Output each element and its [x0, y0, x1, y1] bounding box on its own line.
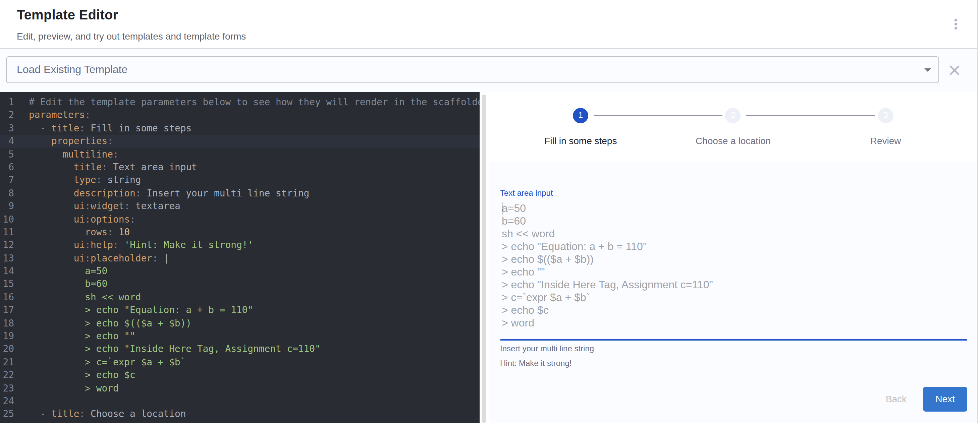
editor-line-25[interactable]: 25 - title: Choose a location: [0, 408, 480, 421]
step-connector-2: [746, 115, 875, 116]
line-number: 17: [0, 304, 14, 317]
dropdown-caret-icon: [924, 68, 931, 72]
line-number: 11: [0, 226, 14, 239]
line-number: 8: [0, 187, 14, 200]
toolbar: Load Existing Template: [0, 49, 977, 92]
step-3-label: Review: [809, 135, 962, 146]
editor-line-14[interactable]: 14 a=50: [0, 265, 480, 278]
line-number: 1: [0, 96, 14, 109]
more-options-button[interactable]: [948, 16, 964, 32]
editor-line-20[interactable]: 20 > echo "Inside Here Tag, Assignment c…: [0, 343, 480, 356]
line-number: 7: [0, 174, 14, 187]
editor-line-16[interactable]: 16 sh << word: [0, 291, 480, 304]
editor-line-19[interactable]: 19 > echo "": [0, 330, 480, 343]
editor-scrollbar-thumb[interactable]: [482, 95, 486, 423]
step-2-label: Choose a location: [657, 135, 810, 146]
textarea-focus-underline: [500, 339, 967, 340]
line-number: 9: [0, 200, 14, 213]
line-number: 21: [0, 356, 14, 369]
editor-line-3[interactable]: 3 - title: Fill in some steps: [0, 122, 480, 135]
editor-line-7[interactable]: 7 type: string: [0, 174, 480, 187]
line-number: 4: [0, 135, 14, 148]
page-subtitle: Edit, preview, and try out templates and…: [17, 30, 246, 42]
line-number: 25: [0, 408, 14, 421]
editor-scrollbar: [480, 92, 489, 423]
line-number: 16: [0, 291, 14, 304]
line-number: 3: [0, 122, 14, 135]
editor-line-18[interactable]: 18 > echo $(($a + $b)): [0, 317, 480, 330]
line-number: 22: [0, 369, 14, 382]
line-number: 12: [0, 239, 14, 252]
editor-line-4[interactable]: 4 properties:: [0, 135, 480, 148]
line-number: 10: [0, 213, 14, 226]
template-editor-page: Template Editor Edit, preview, and try o…: [0, 0, 980, 423]
load-template-select[interactable]: Load Existing Template: [6, 56, 939, 83]
line-number: 20: [0, 343, 14, 356]
textarea-label: Text area input: [500, 188, 553, 197]
stepper: 1Fill in some steps2Choose a location3Re…: [489, 108, 977, 155]
next-button[interactable]: Next: [923, 387, 967, 412]
form-preview-panel: 1Fill in some steps2Choose a location3Re…: [489, 92, 977, 423]
load-template-select-value: Load Existing Template: [17, 57, 127, 82]
clear-selection-button[interactable]: [947, 63, 962, 78]
step-3[interactable]: 3Review: [809, 108, 962, 146]
page-title: Template Editor: [17, 6, 118, 24]
line-number: 23: [0, 382, 14, 395]
line-number: 14: [0, 265, 14, 278]
line-number: 24: [0, 395, 14, 408]
line-number: 5: [0, 148, 14, 161]
editor-line-10[interactable]: 10 ui:options:: [0, 213, 480, 226]
editor-line-22[interactable]: 22 > echo $c: [0, 369, 480, 382]
editor-line-11[interactable]: 11 rows: 10: [0, 226, 480, 239]
line-number: 15: [0, 278, 14, 291]
editor-line-21[interactable]: 21 > c=`expr $a + $b`: [0, 356, 480, 369]
step-2[interactable]: 2Choose a location: [657, 108, 810, 146]
line-number: 2: [0, 109, 14, 122]
textarea-help-text: Hint: Make it strong!: [500, 358, 571, 368]
text-cursor: [501, 203, 503, 214]
step-1-label: Fill in some steps: [504, 135, 657, 146]
line-number: 6: [0, 161, 14, 174]
editor-line-2[interactable]: 2parameters:: [0, 109, 480, 122]
step-1[interactable]: 1Fill in some steps: [504, 108, 657, 146]
editor-line-8[interactable]: 8 description: Insert your multi line st…: [0, 187, 480, 200]
editor-line-9[interactable]: 9 ui:widget: textarea: [0, 200, 480, 213]
editor-line-1[interactable]: 1# Edit the template parameters below to…: [0, 96, 480, 109]
editor-line-15[interactable]: 15 b=60: [0, 278, 480, 291]
yaml-editor[interactable]: 1# Edit the template parameters below to…: [0, 92, 480, 423]
app-container: Template Editor Edit, preview, and try o…: [0, 0, 978, 423]
editor-line-13[interactable]: 13 ui:placeholder: |: [0, 252, 480, 265]
editor-line-12[interactable]: 12 ui:help: 'Hint: Make it strong!': [0, 239, 480, 252]
step-2-icon: 2: [725, 108, 741, 124]
line-number: 18: [0, 317, 14, 330]
close-icon: [947, 63, 962, 78]
editor-line-23[interactable]: 23 > word: [0, 382, 480, 395]
textarea-description: Insert your multi line string: [500, 344, 594, 353]
textarea-input[interactable]: a=50 b=60 sh << word > echo "Equation: a…: [502, 202, 713, 329]
line-number: 19: [0, 330, 14, 343]
step-1-icon: 1: [573, 108, 588, 124]
kebab-menu-icon: [948, 16, 964, 32]
back-button[interactable]: Back: [876, 387, 916, 412]
step-3-icon: 3: [878, 108, 894, 124]
line-number: 13: [0, 252, 14, 265]
editor-line-5[interactable]: 5 multiline:: [0, 148, 480, 161]
editor-line-6[interactable]: 6 title: Text area input: [0, 161, 480, 174]
editor-line-24[interactable]: 24: [0, 395, 480, 408]
step-connector-1: [593, 115, 722, 116]
editor-line-17[interactable]: 17 > echo "Equation: a + b = 110": [0, 304, 480, 317]
